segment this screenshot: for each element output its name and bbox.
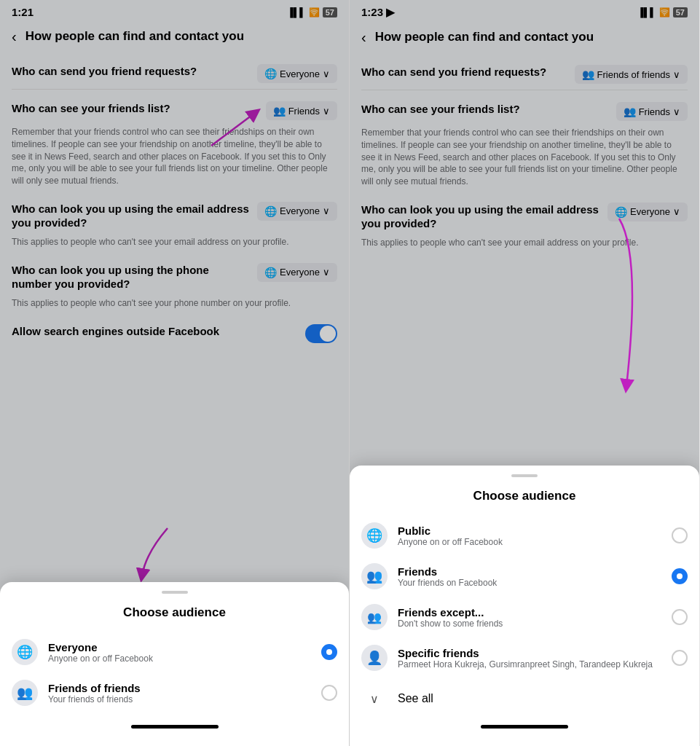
globe-icon-option: 🌐	[17, 644, 33, 660]
specific-friends-radio[interactable]	[672, 650, 688, 666]
friends-of-friends-option-text: Friends of friends Your friends of frien…	[48, 682, 311, 704]
right-sheet-handle	[511, 474, 538, 477]
left-sheet-title: Choose audience	[0, 605, 349, 620]
left-option-everyone[interactable]: 🌐 Everyone Anyone on or off Facebook	[0, 632, 349, 672]
right-home-indicator	[481, 725, 568, 729]
friends-option-icon-wrap: 👥	[361, 563, 388, 589]
specific-friends-subtitle: Parmeet Hora Kukreja, Gursimranpreet Sin…	[398, 659, 661, 670]
specific-friends-option-text: Specific friends Parmeet Hora Kukreja, G…	[398, 647, 661, 670]
friends-except-title: Friends except...	[398, 606, 661, 619]
everyone-subtitle: Anyone on or off Facebook	[48, 653, 311, 664]
friends-of-friends-icon: 👥	[17, 685, 33, 701]
friends-of-friends-subtitle: Your friends of friends	[48, 694, 311, 704]
right-sheet-title: Choose audience	[350, 489, 699, 503]
right-see-all[interactable]: ∨ See all	[350, 678, 699, 719]
left-option-friends-of-friends[interactable]: 👥 Friends of friends Your friends of fri…	[0, 672, 349, 713]
friends-of-friends-title: Friends of friends	[48, 682, 311, 694]
left-home-indicator	[131, 725, 219, 729]
specific-friends-title: Specific friends	[398, 647, 661, 659]
specific-friends-icon: 👤	[366, 650, 382, 666]
everyone-radio[interactable]	[321, 644, 337, 660]
see-all-label: See all	[398, 692, 433, 705]
specific-friends-icon-wrap: 👤	[361, 645, 388, 671]
public-icon: 🌐	[366, 527, 382, 543]
everyone-option-text: Everyone Anyone on or off Facebook	[48, 641, 311, 664]
friends-except-icon-wrap: 👥	[361, 604, 388, 630]
friends-except-radio[interactable]	[672, 609, 688, 625]
left-bottom-sheet: Choose audience 🌐 Everyone Anyone on or …	[0, 582, 349, 746]
friends-option-icon: 👥	[366, 568, 382, 584]
friends-except-subtitle: Don't show to some friends	[398, 619, 661, 629]
friends-of-friends-radio[interactable]	[321, 685, 337, 701]
public-option-text: Public Anyone on or off Facebook	[398, 525, 661, 547]
public-title: Public	[398, 525, 661, 537]
friends-of-friends-icon-wrap: 👥	[12, 680, 38, 706]
public-radio[interactable]	[672, 527, 688, 543]
friends-option-subtitle: Your friends on Facebook	[398, 578, 661, 588]
right-option-public[interactable]: 🌐 Public Anyone on or off Facebook	[350, 515, 699, 556]
left-phone-screen: 1:21 ▐▌▌ 🛜 57 ‹ How people can find and …	[0, 0, 350, 746]
see-all-chevron-icon: ∨	[361, 686, 388, 712]
friends-option-title: Friends	[398, 565, 661, 578]
friends-except-option-text: Friends except... Don't show to some fri…	[398, 606, 661, 629]
public-icon-wrap: 🌐	[361, 522, 388, 549]
everyone-icon-wrap: 🌐	[12, 639, 38, 665]
friends-radio[interactable]	[672, 568, 688, 584]
right-option-friends[interactable]: 👥 Friends Your friends on Facebook	[350, 556, 699, 597]
right-option-specific-friends[interactable]: 👤 Specific friends Parmeet Hora Kukreja,…	[350, 637, 699, 678]
friends-except-icon: 👥	[367, 610, 382, 624]
everyone-title: Everyone	[48, 641, 311, 653]
right-bottom-sheet: Choose audience 🌐 Public Anyone on or of…	[350, 466, 699, 746]
right-option-friends-except[interactable]: 👥 Friends except... Don't show to some f…	[350, 597, 699, 637]
right-phone-screen: 1:23 ▶ ▐▌▌ 🛜 57 ‹ How people can find an…	[350, 0, 699, 746]
left-sheet-handle	[162, 591, 188, 594]
public-subtitle: Anyone on or off Facebook	[398, 537, 661, 547]
friends-option-text: Friends Your friends on Facebook	[398, 565, 661, 588]
